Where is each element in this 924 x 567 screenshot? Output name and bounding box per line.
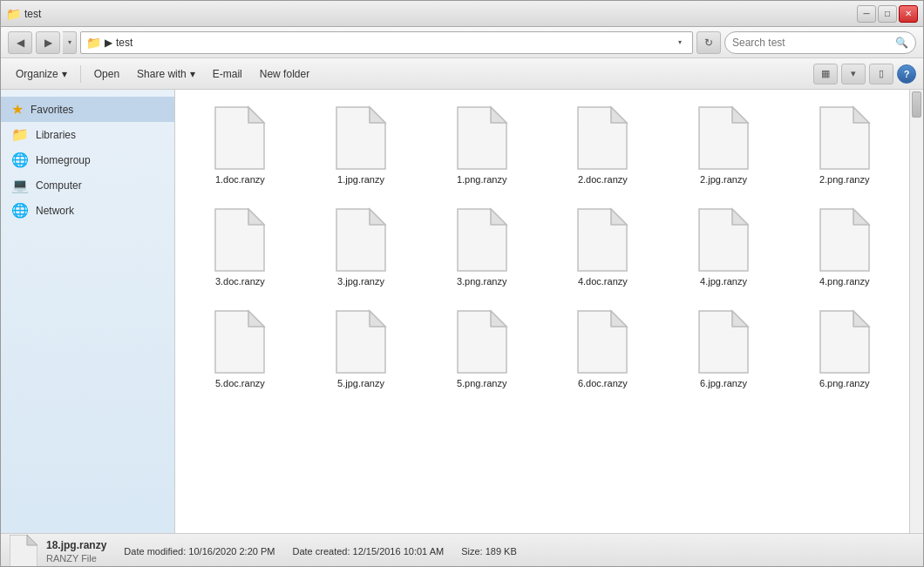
file-item[interactable]: 6.doc.ranzy <box>547 302 659 395</box>
file-icon-svg <box>335 309 387 375</box>
window-title: test <box>24 8 41 20</box>
new-folder-label: New folder <box>260 68 309 80</box>
file-item[interactable]: 3.png.ranzy <box>425 200 538 294</box>
sidebar-item-network[interactable]: 🌐 Network <box>1 198 174 223</box>
forward-button[interactable]: ▶ <box>36 31 60 54</box>
search-input[interactable] <box>732 37 892 49</box>
file-icon-svg <box>576 105 628 171</box>
file-item[interactable]: 4.jpg.ranzy <box>668 200 780 294</box>
file-icon-svg <box>456 309 508 375</box>
sidebar-item-computer[interactable]: 💻 Computer <box>1 172 174 198</box>
back-button[interactable]: ◀ <box>8 31 32 54</box>
status-filetype: RANZY File <box>46 553 106 564</box>
file-name: 3.jpg.ranzy <box>337 276 384 287</box>
title-bar-controls: ─ □ ✕ <box>857 5 918 23</box>
favorites-icon: ★ <box>11 101 24 118</box>
svg-marker-11 <box>853 107 869 123</box>
svg-marker-33 <box>732 311 748 327</box>
view-button-2[interactable]: ▯ <box>869 64 893 84</box>
share-with-label: Share with <box>137 68 187 80</box>
open-label: Open <box>94 68 119 80</box>
svg-marker-31 <box>611 311 627 327</box>
scrollbar-thumb[interactable] <box>912 91 921 118</box>
address-bar[interactable]: 📁 ▶ test ▾ <box>80 31 693 54</box>
file-name: 5.jpg.ranzy <box>337 378 384 388</box>
sidebar-item-libraries[interactable]: 📁 Libraries <box>1 122 174 147</box>
file-icon-svg <box>335 105 387 171</box>
minimize-button[interactable]: ─ <box>857 5 876 23</box>
file-name: 5.png.ranzy <box>457 378 506 388</box>
svg-marker-37 <box>27 535 37 545</box>
sidebar-label-homegroup: Homegroup <box>36 154 91 166</box>
file-item[interactable]: 2.jpg.ranzy <box>668 98 780 192</box>
file-icon-svg <box>214 105 266 171</box>
svg-marker-13 <box>248 209 264 225</box>
svg-marker-9 <box>732 107 748 123</box>
file-icon-svg <box>697 207 750 273</box>
file-item[interactable]: 1.png.ranzy <box>425 98 538 192</box>
help-button[interactable]: ? <box>897 64 916 84</box>
search-bar[interactable]: 🔍 <box>724 31 916 54</box>
libraries-icon: 📁 <box>11 126 29 143</box>
svg-marker-5 <box>491 107 506 123</box>
sidebar-label-computer: Computer <box>36 179 82 192</box>
search-icon: 🔍 <box>895 37 908 49</box>
open-button[interactable]: Open <box>86 62 127 86</box>
scrollbar[interactable] <box>909 90 923 533</box>
status-date-created: Date created: 12/15/2016 10:01 AM <box>292 546 444 557</box>
file-name: 1.doc.ranzy <box>215 174 265 185</box>
organize-dropdown-icon: ▾ <box>62 68 67 80</box>
file-item[interactable]: 5.doc.ranzy <box>184 302 296 395</box>
size-value: 189 KB <box>486 546 517 557</box>
file-icon-svg <box>819 309 871 375</box>
svg-marker-36 <box>10 535 37 568</box>
file-item[interactable]: 6.png.ranzy <box>788 302 900 395</box>
file-icon-svg <box>335 207 387 273</box>
nav-dropdown-button[interactable]: ▾ <box>63 31 77 54</box>
sidebar-item-homegroup[interactable]: 🌐 Homegroup <box>1 147 174 172</box>
file-item[interactable]: 5.png.ranzy <box>425 302 538 395</box>
svg-marker-27 <box>370 311 385 327</box>
email-label: E-mail <box>213 68 242 80</box>
file-name: 1.jpg.ranzy <box>337 174 384 185</box>
maximize-button[interactable]: □ <box>878 5 897 23</box>
refresh-button[interactable]: ↻ <box>696 31 721 54</box>
address-dropdown-icon[interactable]: ▾ <box>673 38 687 46</box>
email-button[interactable]: E-mail <box>205 62 250 86</box>
svg-marker-35 <box>853 311 869 327</box>
view-dropdown-button[interactable]: ▾ <box>841 64 866 84</box>
file-item[interactable]: 2.doc.ranzy <box>547 98 659 192</box>
sidebar: ★ Favorites 📁 Libraries 🌐 Homegroup 💻 Co… <box>1 90 175 533</box>
file-name: 2.png.ranzy <box>819 174 869 185</box>
status-date-modified: Date modified: 10/16/2020 2:20 PM <box>124 546 275 557</box>
svg-marker-15 <box>370 209 385 225</box>
status-filename: 18.jpg.ranzy <box>46 539 106 551</box>
share-with-button[interactable]: Share with ▾ <box>129 62 203 86</box>
file-item[interactable]: 5.jpg.ranzy <box>305 302 418 395</box>
file-area: 1.doc.ranzy1.jpg.ranzy1.png.ranzy2.doc.r… <box>175 90 909 533</box>
sidebar-item-favorites[interactable]: ★ Favorites <box>1 97 174 122</box>
sidebar-label-favorites: Favorites <box>31 104 73 116</box>
file-name: 5.doc.ranzy <box>215 378 265 388</box>
file-item[interactable]: 3.doc.ranzy <box>184 200 296 294</box>
date-modified-value: 10/16/2020 2:20 PM <box>188 546 275 557</box>
date-created-label: Date created: <box>292 546 350 557</box>
close-button[interactable]: ✕ <box>899 5 918 23</box>
new-folder-button[interactable]: New folder <box>252 62 317 86</box>
organize-button[interactable]: Organize ▾ <box>8 62 75 86</box>
size-label: Size: <box>461 546 482 557</box>
svg-marker-25 <box>248 311 264 327</box>
file-icon-svg <box>456 105 508 171</box>
file-item[interactable]: 1.doc.ranzy <box>184 98 296 192</box>
file-item[interactable]: 4.doc.ranzy <box>547 200 659 294</box>
view-button-1[interactable]: ▦ <box>813 64 838 84</box>
file-item[interactable]: 6.jpg.ranzy <box>668 302 780 395</box>
file-item[interactable]: 1.jpg.ranzy <box>305 98 418 192</box>
file-item[interactable]: 2.png.ranzy <box>788 98 900 192</box>
file-item[interactable]: 4.png.ranzy <box>788 200 900 294</box>
organize-label: Organize <box>16 68 58 80</box>
file-item[interactable]: 3.jpg.ranzy <box>305 200 418 294</box>
file-name: 3.doc.ranzy <box>215 276 265 287</box>
status-bar: 18.jpg.ranzy RANZY File Date modified: 1… <box>1 533 923 567</box>
file-name: 2.jpg.ranzy <box>700 174 747 185</box>
